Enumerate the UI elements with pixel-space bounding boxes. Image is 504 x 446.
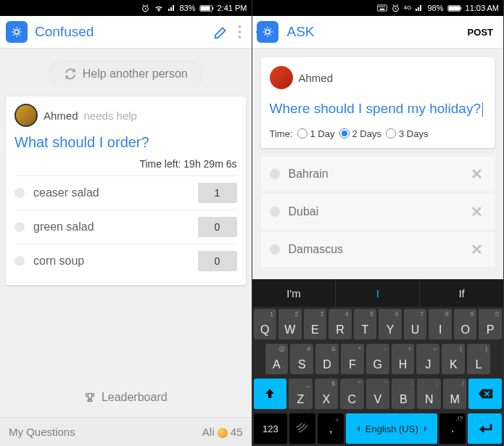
- card-user[interactable]: Ahmed needs help: [15, 104, 237, 127]
- duration-option[interactable]: 1 Day: [297, 128, 335, 139]
- key-r[interactable]: 4R: [329, 309, 352, 339]
- leaderboard-link[interactable]: Leaderboard: [6, 384, 246, 411]
- duration-row: Time: 1 Day2 Days3 Days: [270, 128, 487, 139]
- key-s[interactable]: #S: [290, 344, 313, 374]
- edit-icon[interactable]: [209, 20, 234, 44]
- key-u[interactable]: 7U: [404, 309, 427, 339]
- status-bar: 4G 98% 11:03 AM: [252, 0, 504, 16]
- shift-key[interactable]: [254, 379, 287, 409]
- text-cursor: [482, 102, 483, 117]
- battery-percent: 98%: [427, 4, 443, 12]
- wifi-icon: [154, 4, 164, 13]
- my-questions-link[interactable]: My Questions: [9, 426, 75, 438]
- header: ASK POST: [252, 16, 504, 49]
- svg-point-11: [382, 7, 383, 7]
- back-chevron-icon[interactable]: [255, 26, 263, 38]
- option-dot: [270, 207, 280, 217]
- duration-option[interactable]: 2 Days: [339, 128, 381, 139]
- backspace-key[interactable]: [468, 379, 502, 409]
- avatar: [15, 104, 38, 127]
- svg-point-4: [15, 30, 19, 34]
- svg-rect-16: [448, 6, 459, 10]
- post-button[interactable]: POST: [463, 22, 497, 42]
- key-n[interactable]: ;N: [417, 379, 440, 409]
- card-user[interactable]: Ahmed: [270, 66, 487, 89]
- poll-option[interactable]: green salad0: [15, 210, 237, 244]
- option-label: corn soup: [33, 255, 198, 268]
- suggestion[interactable]: I'm: [252, 279, 336, 307]
- comma-key[interactable]: ,: [318, 413, 344, 444]
- key-w[interactable]: 2W: [278, 309, 302, 339]
- key-v[interactable]: 'V: [366, 379, 389, 409]
- time-label: Time:: [270, 128, 293, 139]
- poll-option[interactable]: ceaser salad1: [15, 175, 237, 210]
- key-k[interactable]: (K: [442, 344, 465, 374]
- header-title: Confused: [35, 24, 209, 40]
- keyboard: I'm I If 1Q2W3E4R5T6Y7U8I9O0P @A#S&D*F-G…: [252, 279, 504, 446]
- keyboard-logo-key[interactable]: [289, 413, 315, 444]
- battery-icon: [199, 4, 214, 12]
- suggestion-bar: I'm I If: [252, 279, 504, 307]
- suggestion[interactable]: I: [336, 279, 420, 307]
- network-label: 4G: [404, 5, 412, 11]
- option-dot: [15, 222, 25, 232]
- svg-point-18: [265, 30, 270, 34]
- question-input[interactable]: Where should I spend my holiday?: [270, 99, 487, 118]
- option-label: Damascus: [289, 243, 468, 256]
- key-m[interactable]: /M: [443, 379, 466, 409]
- answer-option[interactable]: Dubai✕: [261, 194, 495, 229]
- key-b[interactable]: :B: [392, 379, 415, 409]
- key-i[interactable]: 8I: [429, 309, 452, 339]
- svg-point-6: [238, 30, 241, 33]
- enter-key[interactable]: [468, 413, 502, 444]
- duration-option[interactable]: 3 Days: [386, 128, 428, 139]
- battery-icon: [447, 4, 462, 12]
- key-h[interactable]: +H: [392, 344, 415, 374]
- key-x[interactable]: $X: [315, 379, 338, 409]
- radio-icon: [297, 128, 307, 139]
- numeric-key[interactable]: 123: [254, 413, 288, 444]
- signal-icon: [415, 4, 424, 12]
- key-c[interactable]: "C: [340, 379, 363, 409]
- answer-option[interactable]: Bahrain✕: [261, 157, 495, 191]
- answer-option[interactable]: Damascus✕: [261, 232, 495, 267]
- svg-point-7: [238, 36, 241, 38]
- username: Ahmed: [44, 110, 78, 122]
- key-p[interactable]: 0P: [479, 309, 502, 339]
- key-l[interactable]: )L: [467, 344, 490, 374]
- key-o[interactable]: 9O: [454, 309, 477, 339]
- remove-option-icon[interactable]: ✕: [468, 203, 486, 220]
- suggestion[interactable]: If: [420, 279, 503, 307]
- key-y[interactable]: 6Y: [379, 309, 402, 339]
- period-key[interactable]: .!? .: [439, 413, 466, 444]
- help-another-button[interactable]: Help another person: [48, 60, 204, 88]
- key-q[interactable]: 1Q: [254, 309, 277, 339]
- space-key[interactable]: English (US): [346, 413, 437, 444]
- svg-rect-8: [377, 5, 387, 11]
- option-label: Bahrain: [289, 168, 468, 181]
- option-dot: [15, 256, 25, 266]
- poll-option[interactable]: corn soup0: [15, 244, 237, 278]
- key-e[interactable]: 3E: [304, 309, 327, 339]
- more-icon[interactable]: [234, 25, 246, 38]
- app-icon[interactable]: [6, 21, 28, 43]
- key-g[interactable]: -G: [366, 344, 389, 374]
- alarm-icon: [141, 4, 150, 13]
- key-j[interactable]: =J: [416, 344, 439, 374]
- key-a[interactable]: @A: [265, 344, 289, 374]
- key-f[interactable]: *F: [341, 344, 364, 374]
- clock: 11:03 AM: [466, 4, 499, 12]
- remove-option-icon[interactable]: ✕: [468, 241, 486, 258]
- key-d[interactable]: &D: [315, 344, 339, 374]
- header-title: ASK: [287, 24, 463, 40]
- remove-option-icon[interactable]: ✕: [468, 165, 486, 183]
- svg-rect-13: [380, 9, 384, 9]
- time-left: Time left: 19h 29m 6s: [15, 158, 237, 170]
- user-coins[interactable]: Ali 45: [202, 426, 243, 438]
- key-t[interactable]: 5T: [354, 309, 377, 339]
- vote-count: 0: [198, 217, 237, 237]
- leaderboard-label: Leaderboard: [102, 391, 168, 404]
- key-z[interactable]: _Z: [289, 379, 312, 409]
- svg-point-12: [384, 7, 384, 7]
- ask-card: Ahmed Where should I spend my holiday? T…: [261, 57, 495, 148]
